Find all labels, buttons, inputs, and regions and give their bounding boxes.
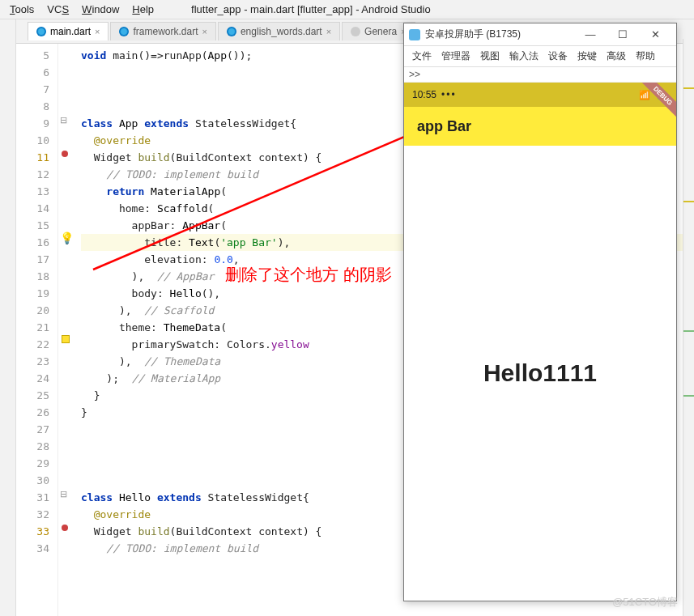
left-gutter [0,19,16,616]
watermark: @51CTO博客 [612,595,678,610]
status-dots: ••• [441,89,457,100]
tab-0[interactable]: main.dart× [28,22,109,40]
tab-2[interactable]: english_words.dart× [218,22,340,40]
phone-menu-4[interactable]: 设备 [545,48,571,65]
close-button[interactable]: ✕ [639,28,671,40]
body-text: Hello1111 [483,359,597,387]
line-numbers: 5678910111213141516171819202122232425262… [16,44,58,616]
app-title: flutter_app - main.dart [flutter_app] - … [185,2,437,17]
phone-prompt[interactable]: >> [404,67,676,83]
menu-window[interactable]: Window [75,2,126,17]
right-strip [683,39,694,616]
app-icon [409,29,420,40]
file-icon [227,27,236,36]
tab-close-icon[interactable]: × [326,27,331,36]
menu-vcs[interactable]: VCS [40,2,75,17]
menu-help[interactable]: Help [126,2,160,17]
minimize-button[interactable]: — [574,28,607,40]
gutter: ⊟💡⊟ [58,44,75,616]
phone-menu-6[interactable]: 高级 [603,48,629,65]
status-time: 10:55 [412,89,436,100]
phone-body: Hello1111 [404,146,676,601]
annotation-text: 删除了这个地方 的阴影 [225,264,392,286]
file-icon [36,27,46,36]
phone-mirror-window[interactable]: 安卓投屏助手 (B1735) — ☐ ✕ 文件管理器视图输入法设备按键高级帮助 … [403,23,677,601]
window-title: 安卓投屏助手 (B1735) [425,28,574,41]
phone-titlebar[interactable]: 安卓投屏助手 (B1735) — ☐ ✕ [404,23,676,46]
file-icon [351,27,360,36]
appbar-title: app Bar [417,118,471,135]
tab-1[interactable]: framework.dart× [110,22,215,40]
file-icon [119,27,129,36]
phone-menu-3[interactable]: 输入法 [506,48,542,65]
tab-close-icon[interactable]: × [95,27,100,36]
phone-menu-5[interactable]: 按键 [574,48,600,65]
main-menubar: TToolsools VCS Window Help flutter_app -… [0,0,694,19]
phone-menu-1[interactable]: 管理器 [438,48,474,65]
phone-menu-0[interactable]: 文件 [409,48,435,65]
menu-tools[interactable]: TToolsools [3,2,40,17]
maximize-button[interactable]: ☐ [607,28,639,40]
phone-menu-2[interactable]: 视图 [477,48,503,65]
phone-menu-7[interactable]: 帮助 [632,48,658,65]
phone-screen[interactable]: 10:55 ••• 📶 🔋 app Bar Hello1111 [404,83,676,601]
debug-banner [628,83,676,131]
phone-menu: 文件管理器视图输入法设备按键高级帮助 [404,46,676,67]
tab-close-icon[interactable]: × [202,27,207,36]
